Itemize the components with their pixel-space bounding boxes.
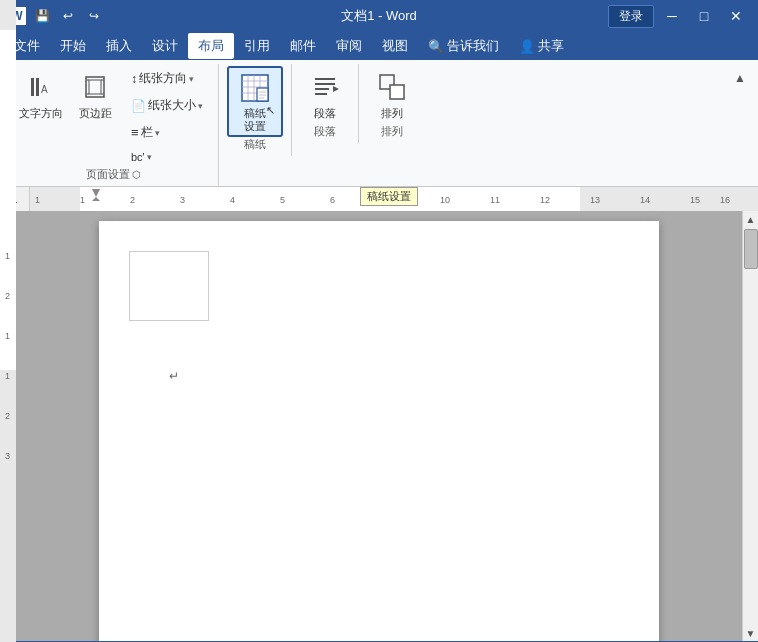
paper-size-button[interactable]: 📄 纸张大小 ▾ xyxy=(124,93,210,118)
title-bar-center: 文档1 - Word xyxy=(341,7,417,25)
title-bar: W 💾 ↩ ↪ 文档1 - Word 登录 ─ □ ✕ xyxy=(0,0,758,32)
paragraph-group-label: 段落 xyxy=(300,124,350,143)
ruler-mark: 1 xyxy=(5,371,10,381)
columns-label: 栏 xyxy=(141,124,153,141)
paper-size-icon: 📄 xyxy=(131,99,146,113)
paragraph-button[interactable]: 段落 xyxy=(300,66,350,124)
login-button[interactable]: 登录 xyxy=(608,5,654,28)
ribbon-group-gaozhi: 稿纸设置 ↖ 稿纸 xyxy=(219,64,292,156)
doc-scroll-area[interactable]: ↵ xyxy=(16,211,742,641)
ribbon-group-arrange: 排列 排列 xyxy=(359,64,425,143)
cursor-indicator: ↖ xyxy=(266,104,275,117)
gaozhi-settings-icon xyxy=(239,72,271,104)
svg-text:14: 14 xyxy=(640,195,650,205)
gaozhi-settings-button[interactable]: 稿纸设置 ↖ xyxy=(227,66,283,137)
paper-orientation-label: 纸张方向 xyxy=(139,70,187,87)
margin-indicator xyxy=(129,251,209,321)
menu-review[interactable]: 审阅 xyxy=(326,33,372,59)
cursor-return: ↵ xyxy=(169,369,179,383)
arrange-button[interactable]: 排列 xyxy=(367,66,417,124)
right-scrollbar[interactable]: ▲ ▼ xyxy=(742,211,758,641)
svg-text:A: A xyxy=(41,84,48,95)
redo-quick-btn[interactable]: ↪ xyxy=(84,6,104,26)
maximize-button[interactable]: □ xyxy=(690,2,718,30)
svg-rect-1 xyxy=(36,78,39,96)
svg-rect-4 xyxy=(89,80,101,94)
text-direction-label: 文字方向 xyxy=(19,106,63,121)
svg-text:2: 2 xyxy=(130,195,135,205)
ruler-mark: 1 xyxy=(5,251,10,261)
menu-references[interactable]: 引用 xyxy=(234,33,280,59)
gaozhi-content: 稿纸设置 ↖ xyxy=(227,66,283,137)
columns-arrow: ▾ xyxy=(155,128,160,138)
text-direction-button[interactable]: A 文字方向 xyxy=(16,66,66,124)
horizontal-ruler[interactable]: 1 1 2 3 4 5 6 10 11 12 13 14 15 16 稿纸设置 xyxy=(30,187,758,211)
hyphenation-button[interactable]: bc' ▾ xyxy=(124,147,210,167)
columns-icon: ≡ xyxy=(131,125,139,140)
scroll-up-button[interactable]: ▲ xyxy=(743,211,759,227)
svg-rect-26 xyxy=(390,85,404,99)
paragraph-icon xyxy=(309,71,341,103)
doc-title: 文档1 - Word xyxy=(341,7,417,25)
svg-text:10: 10 xyxy=(440,195,450,205)
title-bar-right: 登录 ─ □ ✕ xyxy=(608,2,750,30)
svg-rect-16 xyxy=(257,88,268,101)
arrange-icon xyxy=(376,71,408,103)
ruler-mark: 3 xyxy=(5,451,10,461)
arrange-group-label: 排列 xyxy=(367,124,417,143)
svg-text:1: 1 xyxy=(80,195,85,205)
svg-text:13: 13 xyxy=(590,195,600,205)
main-area: 1 2 1 1 2 3 ↵ ▲ ▼ xyxy=(0,211,758,641)
gaozhi-settings-label: 稿纸设置 xyxy=(244,107,266,133)
page-setup-content: A 文字方向 xyxy=(16,66,210,167)
collapse-icon: ▲ xyxy=(734,71,746,85)
ribbon: A 文字方向 xyxy=(0,60,758,187)
ribbon-collapse-button[interactable]: ▲ xyxy=(730,64,750,90)
svg-text:6: 6 xyxy=(330,195,335,205)
page-margins-label: 页边距 xyxy=(79,106,112,121)
title-bar-left: W 💾 ↩ ↪ xyxy=(8,6,104,26)
svg-text:11: 11 xyxy=(490,195,500,205)
menu-view[interactable]: 视图 xyxy=(372,33,418,59)
menu-layout[interactable]: 布局 xyxy=(188,33,234,59)
scroll-down-button[interactable]: ▼ xyxy=(743,625,759,641)
scroll-thumb[interactable] xyxy=(744,229,758,269)
hyphenation-icon: bc' xyxy=(131,151,145,163)
paper-orientation-arrow: ▾ xyxy=(189,74,194,84)
hyphenation-arrow: ▾ xyxy=(147,152,152,162)
svg-text:1: 1 xyxy=(35,195,40,205)
svg-text:12: 12 xyxy=(540,195,550,205)
menu-share[interactable]: 👤 共享 xyxy=(509,33,574,59)
paragraph-content: 段落 xyxy=(300,66,350,124)
paragraph-label: 段落 xyxy=(314,106,336,121)
save-quick-btn[interactable]: 💾 xyxy=(32,6,52,26)
columns-button[interactable]: ≡ 栏 ▾ xyxy=(124,120,210,145)
paper-orientation-button[interactable]: ↕ 纸张方向 ▾ xyxy=(124,66,210,91)
ribbon-group-page-setup: A 文字方向 xyxy=(8,64,219,186)
ruler-container: L 1 1 2 3 4 5 6 10 11 12 13 14 15 16 稿纸设 xyxy=(0,187,758,211)
undo-quick-btn[interactable]: ↩ xyxy=(58,6,78,26)
page-margins-button[interactable]: 页边距 xyxy=(70,66,120,124)
menu-design[interactable]: 设计 xyxy=(142,33,188,59)
left-ruler: 1 2 1 1 2 3 xyxy=(0,211,16,641)
menu-mailing[interactable]: 邮件 xyxy=(280,33,326,59)
paper-size-label: 纸张大小 xyxy=(148,97,196,114)
search-icon: 🔍 xyxy=(428,39,444,54)
paper-orientation-icon: ↕ xyxy=(131,72,137,86)
page-setup-label: 页面设置 ⬡ xyxy=(16,167,210,186)
close-button[interactable]: ✕ xyxy=(722,2,750,30)
minimize-button[interactable]: ─ xyxy=(658,2,686,30)
person-icon: 👤 xyxy=(519,39,535,54)
page-margins-icon xyxy=(79,71,111,103)
page-setup-expand-icon[interactable]: ⬡ xyxy=(132,169,141,180)
ruler-mark: 1 xyxy=(5,331,10,341)
ribbon-content: A 文字方向 xyxy=(8,64,750,186)
ruler-tooltip: 稿纸设置 xyxy=(360,187,418,206)
document-page[interactable]: ↵ xyxy=(99,221,659,641)
ruler-mark: 2 xyxy=(5,291,10,301)
menu-insert[interactable]: 插入 xyxy=(96,33,142,59)
menu-home[interactable]: 开始 xyxy=(50,33,96,59)
menu-bar: 文件 开始 插入 设计 布局 引用 邮件 审阅 视图 🔍 告诉我们 👤 共享 xyxy=(0,32,758,60)
menu-search[interactable]: 🔍 告诉我们 xyxy=(418,33,509,59)
arrange-label: 排列 xyxy=(381,106,403,121)
